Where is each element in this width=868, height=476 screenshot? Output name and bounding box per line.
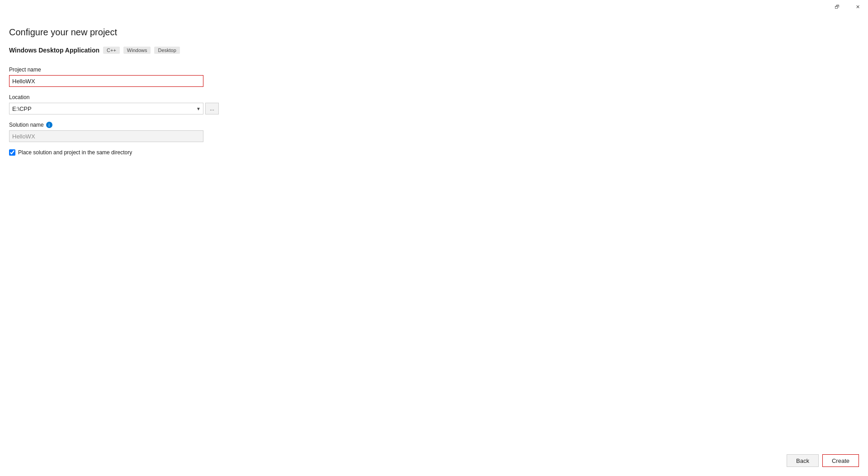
tag-cpp: C++ [103, 47, 120, 54]
solution-name-label: Solution name i [9, 122, 235, 128]
main-content: Configure your new project Windows Deskt… [0, 14, 868, 476]
location-label: Location [9, 94, 235, 100]
tag-windows: Windows [123, 47, 151, 54]
same-directory-checkbox[interactable] [9, 149, 15, 156]
same-directory-label[interactable]: Place solution and project in the same d… [18, 149, 132, 156]
location-select[interactable]: E:\CPP [9, 103, 203, 114]
browse-button[interactable]: ... [205, 103, 219, 114]
form-section: Project name Location E:\CPP ▼ ... [9, 67, 235, 156]
page-title: Configure your new project [9, 27, 859, 38]
location-select-wrapper: E:\CPP ▼ [9, 103, 203, 114]
project-name-group: Project name [9, 67, 235, 87]
create-button[interactable]: Create [822, 454, 859, 467]
back-button[interactable]: Back [787, 454, 819, 467]
restore-button[interactable]: 🗗 [826, 0, 847, 14]
close-button[interactable]: ✕ [847, 0, 868, 14]
info-icon[interactable]: i [46, 122, 52, 128]
solution-name-group: Solution name i [9, 122, 235, 142]
window: 🗗 ✕ Configure your new project Windows D… [0, 0, 868, 476]
location-row: E:\CPP ▼ ... [9, 103, 235, 114]
project-name-label: Project name [9, 67, 235, 73]
footer: Back Create [787, 454, 859, 467]
same-directory-row: Place solution and project in the same d… [9, 149, 235, 156]
app-type-row: Windows Desktop Application C++ Windows … [9, 47, 859, 54]
title-bar: 🗗 ✕ [826, 0, 868, 14]
tag-desktop: Desktop [154, 47, 179, 54]
project-name-input[interactable] [9, 75, 203, 87]
location-group: Location E:\CPP ▼ ... [9, 94, 235, 114]
solution-name-input[interactable] [9, 130, 203, 142]
app-type-name: Windows Desktop Application [9, 47, 99, 54]
